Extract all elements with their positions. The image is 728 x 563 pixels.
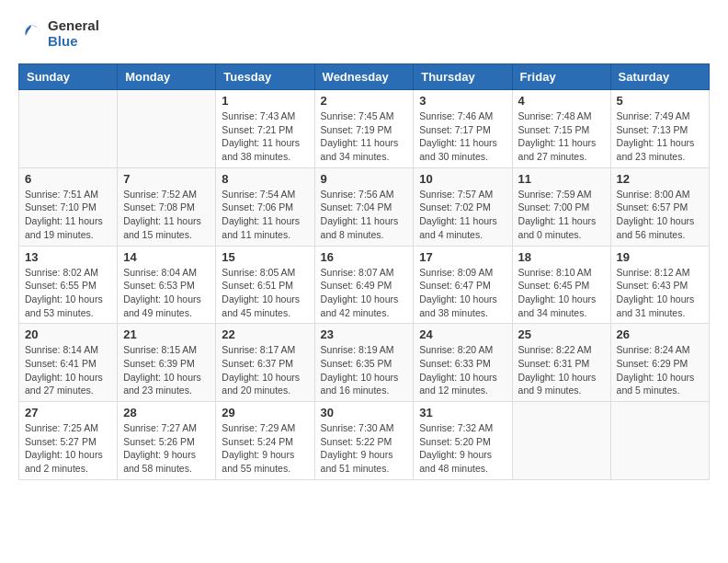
day-info: Sunrise: 7:25 AM Sunset: 5:27 PM Dayligh… bbox=[25, 421, 111, 476]
calendar-cell: 18Sunrise: 8:10 AM Sunset: 6:45 PM Dayli… bbox=[512, 246, 610, 324]
calendar-cell bbox=[512, 402, 610, 480]
day-number: 12 bbox=[617, 172, 703, 186]
calendar-week-row: 13Sunrise: 8:02 AM Sunset: 6:55 PM Dayli… bbox=[19, 246, 710, 324]
calendar-cell: 11Sunrise: 7:59 AM Sunset: 7:00 PM Dayli… bbox=[512, 167, 610, 246]
day-number: 5 bbox=[617, 94, 703, 108]
day-info: Sunrise: 8:09 AM Sunset: 6:47 PM Dayligh… bbox=[419, 266, 506, 320]
day-number: 19 bbox=[617, 250, 703, 264]
calendar-week-row: 1Sunrise: 7:43 AM Sunset: 7:21 PM Daylig… bbox=[19, 90, 710, 168]
calendar-cell: 29Sunrise: 7:29 AM Sunset: 5:24 PM Dayli… bbox=[216, 402, 314, 480]
calendar-cell: 5Sunrise: 7:49 AM Sunset: 7:13 PM Daylig… bbox=[610, 90, 709, 168]
day-info: Sunrise: 8:05 AM Sunset: 6:51 PM Dayligh… bbox=[222, 266, 308, 320]
day-info: Sunrise: 7:45 AM Sunset: 7:19 PM Dayligh… bbox=[321, 109, 408, 164]
day-info: Sunrise: 7:29 AM Sunset: 5:24 PM Dayligh… bbox=[222, 421, 308, 476]
day-info: Sunrise: 8:07 AM Sunset: 6:49 PM Dayligh… bbox=[321, 266, 408, 320]
calendar-cell: 19Sunrise: 8:12 AM Sunset: 6:43 PM Dayli… bbox=[610, 246, 709, 324]
calendar-cell: 9Sunrise: 7:56 AM Sunset: 7:04 PM Daylig… bbox=[314, 167, 414, 246]
calendar-week-row: 20Sunrise: 8:14 AM Sunset: 6:41 PM Dayli… bbox=[19, 324, 710, 402]
calendar-week-row: 27Sunrise: 7:25 AM Sunset: 5:27 PM Dayli… bbox=[19, 402, 710, 480]
calendar-table: SundayMondayTuesdayWednesdayThursdayFrid… bbox=[18, 63, 710, 480]
day-info: Sunrise: 7:27 AM Sunset: 5:26 PM Dayligh… bbox=[123, 421, 210, 476]
day-info: Sunrise: 8:14 AM Sunset: 6:41 PM Dayligh… bbox=[25, 343, 111, 397]
day-number: 3 bbox=[419, 94, 506, 108]
logo-container: General Blue bbox=[18, 18, 99, 49]
calendar-cell: 15Sunrise: 8:05 AM Sunset: 6:51 PM Dayli… bbox=[216, 246, 314, 324]
day-number: 29 bbox=[222, 406, 308, 419]
calendar-cell: 16Sunrise: 8:07 AM Sunset: 6:49 PM Dayli… bbox=[314, 246, 414, 324]
day-info: Sunrise: 7:56 AM Sunset: 7:04 PM Dayligh… bbox=[321, 188, 408, 242]
calendar-cell bbox=[610, 402, 709, 480]
calendar-cell: 30Sunrise: 7:30 AM Sunset: 5:22 PM Dayli… bbox=[314, 402, 414, 480]
day-info: Sunrise: 8:17 AM Sunset: 6:37 PM Dayligh… bbox=[222, 343, 308, 397]
calendar-cell: 24Sunrise: 8:20 AM Sunset: 6:33 PM Dayli… bbox=[414, 324, 512, 402]
day-info: Sunrise: 7:57 AM Sunset: 7:02 PM Dayligh… bbox=[419, 188, 506, 242]
calendar-cell: 25Sunrise: 8:22 AM Sunset: 6:31 PM Dayli… bbox=[512, 324, 610, 402]
day-number: 7 bbox=[123, 172, 210, 186]
day-info: Sunrise: 7:51 AM Sunset: 7:10 PM Dayligh… bbox=[25, 188, 111, 242]
day-info: Sunrise: 8:20 AM Sunset: 6:33 PM Dayligh… bbox=[419, 343, 506, 397]
day-info: Sunrise: 8:10 AM Sunset: 6:45 PM Dayligh… bbox=[518, 266, 605, 320]
day-number: 8 bbox=[222, 172, 308, 186]
calendar-cell: 3Sunrise: 7:46 AM Sunset: 7:17 PM Daylig… bbox=[414, 90, 512, 168]
calendar-cell: 27Sunrise: 7:25 AM Sunset: 5:27 PM Dayli… bbox=[19, 402, 118, 480]
day-number: 10 bbox=[419, 172, 506, 186]
calendar-cell: 20Sunrise: 8:14 AM Sunset: 6:41 PM Dayli… bbox=[19, 324, 118, 402]
day-number: 18 bbox=[518, 250, 605, 264]
day-number: 22 bbox=[222, 327, 308, 341]
day-number: 14 bbox=[123, 250, 210, 264]
day-info: Sunrise: 7:48 AM Sunset: 7:15 PM Dayligh… bbox=[518, 109, 605, 164]
calendar-cell: 23Sunrise: 8:19 AM Sunset: 6:35 PM Dayli… bbox=[314, 324, 414, 402]
column-header-monday: Monday bbox=[118, 64, 216, 90]
day-number: 4 bbox=[518, 94, 605, 108]
column-header-friday: Friday bbox=[512, 64, 610, 90]
day-number: 26 bbox=[617, 327, 703, 341]
calendar-cell: 17Sunrise: 8:09 AM Sunset: 6:47 PM Dayli… bbox=[414, 246, 512, 324]
page-header: General Blue bbox=[18, 18, 710, 49]
calendar-cell: 1Sunrise: 7:43 AM Sunset: 7:21 PM Daylig… bbox=[216, 90, 314, 168]
calendar-cell bbox=[118, 90, 216, 168]
day-info: Sunrise: 7:54 AM Sunset: 7:06 PM Dayligh… bbox=[222, 188, 308, 242]
calendar-cell: 26Sunrise: 8:24 AM Sunset: 6:29 PM Dayli… bbox=[610, 324, 709, 402]
column-header-tuesday: Tuesday bbox=[216, 64, 314, 90]
column-header-sunday: Sunday bbox=[19, 64, 118, 90]
logo-blue: Blue bbox=[48, 34, 99, 50]
day-info: Sunrise: 8:00 AM Sunset: 6:57 PM Dayligh… bbox=[617, 188, 703, 242]
logo-bird-icon bbox=[18, 21, 44, 47]
day-number: 11 bbox=[518, 172, 605, 186]
day-number: 31 bbox=[419, 406, 506, 419]
day-number: 30 bbox=[321, 406, 408, 419]
calendar-cell: 31Sunrise: 7:32 AM Sunset: 5:20 PM Dayli… bbox=[414, 402, 512, 480]
calendar-header-row: SundayMondayTuesdayWednesdayThursdayFrid… bbox=[19, 64, 710, 90]
day-info: Sunrise: 8:24 AM Sunset: 6:29 PM Dayligh… bbox=[617, 343, 703, 397]
calendar-cell: 28Sunrise: 7:27 AM Sunset: 5:26 PM Dayli… bbox=[118, 402, 216, 480]
day-number: 20 bbox=[25, 327, 111, 341]
day-info: Sunrise: 8:15 AM Sunset: 6:39 PM Dayligh… bbox=[123, 343, 210, 397]
day-info: Sunrise: 7:30 AM Sunset: 5:22 PM Dayligh… bbox=[321, 421, 408, 476]
column-header-wednesday: Wednesday bbox=[314, 64, 414, 90]
day-info: Sunrise: 8:12 AM Sunset: 6:43 PM Dayligh… bbox=[617, 266, 703, 320]
day-number: 16 bbox=[321, 250, 408, 264]
logo-text: General Blue bbox=[48, 18, 99, 49]
calendar-cell: 13Sunrise: 8:02 AM Sunset: 6:55 PM Dayli… bbox=[19, 246, 118, 324]
day-number: 1 bbox=[222, 94, 308, 108]
day-number: 21 bbox=[123, 327, 210, 341]
logo-general: General bbox=[48, 18, 99, 34]
calendar-week-row: 6Sunrise: 7:51 AM Sunset: 7:10 PM Daylig… bbox=[19, 167, 710, 246]
calendar-cell: 6Sunrise: 7:51 AM Sunset: 7:10 PM Daylig… bbox=[19, 167, 118, 246]
day-number: 27 bbox=[25, 406, 111, 419]
calendar-cell: 22Sunrise: 8:17 AM Sunset: 6:37 PM Dayli… bbox=[216, 324, 314, 402]
day-info: Sunrise: 7:43 AM Sunset: 7:21 PM Dayligh… bbox=[222, 109, 308, 164]
day-number: 25 bbox=[518, 327, 605, 341]
column-header-thursday: Thursday bbox=[414, 64, 512, 90]
column-header-saturday: Saturday bbox=[610, 64, 709, 90]
day-number: 24 bbox=[419, 327, 506, 341]
calendar-cell: 8Sunrise: 7:54 AM Sunset: 7:06 PM Daylig… bbox=[216, 167, 314, 246]
calendar-cell: 4Sunrise: 7:48 AM Sunset: 7:15 PM Daylig… bbox=[512, 90, 610, 168]
day-number: 6 bbox=[25, 172, 111, 186]
day-info: Sunrise: 8:02 AM Sunset: 6:55 PM Dayligh… bbox=[25, 266, 111, 320]
day-info: Sunrise: 7:46 AM Sunset: 7:17 PM Dayligh… bbox=[419, 109, 506, 164]
day-number: 15 bbox=[222, 250, 308, 264]
day-info: Sunrise: 8:19 AM Sunset: 6:35 PM Dayligh… bbox=[321, 343, 408, 397]
day-number: 23 bbox=[321, 327, 408, 341]
day-info: Sunrise: 7:59 AM Sunset: 7:00 PM Dayligh… bbox=[518, 188, 605, 242]
